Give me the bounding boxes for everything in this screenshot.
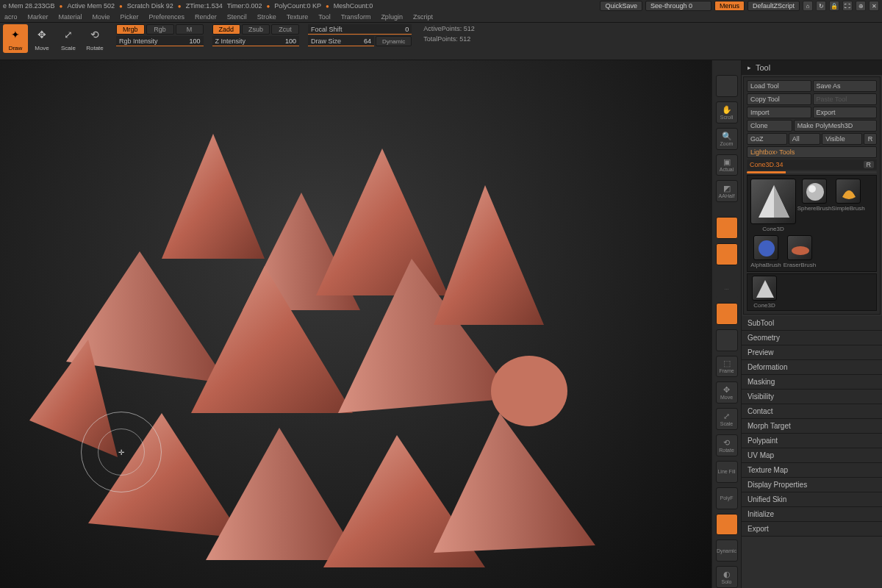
status-bar: e Mem 28.233GB● Active Mem 502● Scratch … (0, 0, 882, 12)
close-icon[interactable]: ✕ (869, 1, 879, 11)
section-subtool[interactable]: SubTool (742, 316, 882, 331)
tool-r-button[interactable]: R (864, 161, 875, 168)
side-linefill[interactable]: Line Fill (716, 461, 738, 483)
thumb-cone3d-small[interactable]: Cone3D (749, 276, 780, 309)
side-swatch3[interactable] (716, 303, 738, 325)
side-scroll[interactable]: ✋Scroll (716, 101, 738, 123)
scale-mode-button[interactable]: ⤢Scale (56, 24, 81, 53)
side-rotate[interactable]: ⟲Rotate (716, 434, 738, 456)
rotate-mode-button[interactable]: ⟲Rotate (82, 24, 107, 53)
load-tool-button[interactable]: Load Tool (747, 80, 811, 92)
m-toggle[interactable]: M (176, 24, 204, 35)
default-zscript-button[interactable]: DefaultZScript (747, 1, 800, 11)
menu-picker[interactable]: Picker (121, 13, 139, 21)
section-deformation[interactable]: Deformation (742, 360, 882, 375)
goz-all-button[interactable]: All (789, 133, 821, 145)
dynamic-toggle[interactable]: Dynamic (376, 36, 412, 46)
menu-marker[interactable]: Marker (28, 13, 49, 21)
section-export[interactable]: Export (742, 522, 882, 537)
menu-tool[interactable]: Tool (318, 13, 331, 21)
side-zoom[interactable]: 🔍Zoom (716, 128, 738, 150)
menu-macro[interactable]: acro (4, 13, 18, 21)
side-swatch1[interactable] (716, 217, 738, 239)
menu-zplugin[interactable]: Zplugin (381, 13, 403, 21)
goz-button[interactable]: GoZ (747, 133, 787, 145)
svg-point-17 (759, 240, 775, 257)
menu-transform[interactable]: Transform (341, 13, 371, 21)
thumb-alphabrush[interactable]: AlphaBrush (750, 235, 781, 268)
menu-zscript[interactable]: Zscript (413, 13, 433, 21)
menus-button[interactable]: Menus (714, 1, 745, 11)
thumb-cone3d[interactable]: Cone3D (750, 179, 796, 232)
side-swatch2[interactable] (716, 243, 738, 265)
quicksave-button[interactable]: QuickSave (600, 1, 642, 11)
mrgb-toggle[interactable]: Mrgb (116, 24, 145, 35)
draw-size-slider[interactable]: Draw Size 64 (308, 36, 374, 46)
point-readouts: ActivePoints: 512 TotalPoints: 512 (420, 24, 478, 43)
section-geometry[interactable]: Geometry (742, 331, 882, 345)
seethrough-slider[interactable]: See-through 0 (645, 1, 711, 11)
thumb-simplebrush[interactable]: SimpleBrush (833, 179, 864, 232)
import-button[interactable]: Import (747, 107, 811, 118)
section-contact[interactable]: Contact (742, 404, 882, 419)
thumb-spherebrush[interactable]: SphereBrush (799, 179, 830, 232)
z-intensity-slider[interactable]: Z Intensity 100 (212, 36, 300, 46)
menu-stencil[interactable]: Stencil (227, 13, 247, 21)
menu-preferences[interactable]: Preferences (149, 13, 185, 21)
side-move[interactable]: ✥Move (716, 381, 738, 404)
side-scale[interactable]: ⤢Scale (716, 408, 738, 430)
goz-visible-button[interactable]: Visible (822, 133, 862, 145)
draw-mode-button[interactable]: ✦Draw (3, 24, 28, 53)
svg-marker-14 (774, 185, 789, 218)
scratch-readout: Scratch Disk 92 (127, 2, 173, 10)
goz-r-button[interactable]: R (864, 133, 877, 145)
menu-material[interactable]: Material (59, 13, 82, 21)
section-visibility[interactable]: Visibility (742, 390, 882, 404)
home-icon[interactable]: ⌂ (803, 1, 813, 11)
menu-movie[interactable]: Movie (93, 13, 110, 21)
menu-texture[interactable]: Texture (287, 13, 309, 21)
expand-icon[interactable]: ⛶ (842, 1, 853, 11)
zadd-toggle[interactable]: Zadd (212, 24, 241, 35)
side-swatch4[interactable] (716, 514, 738, 536)
focal-shift-slider[interactable]: Focal Shift 0 (308, 24, 412, 35)
clone-button[interactable]: Clone (747, 120, 792, 132)
section-unified-skin[interactable]: Unified Skin (742, 492, 882, 507)
section-polypaint[interactable]: Polypaint (742, 434, 882, 448)
section-display-properties[interactable]: Display Properties (742, 478, 882, 492)
draw-icon: ✦ (7, 26, 24, 43)
section-initialize[interactable]: Initialize (742, 507, 882, 522)
section-uv-map[interactable]: UV Map (742, 448, 882, 463)
menu-stroke[interactable]: Stroke (257, 13, 276, 21)
side-polyf[interactable]: PolyF (716, 487, 738, 509)
refresh-icon[interactable]: ↻ (816, 1, 826, 11)
pin-icon[interactable]: ⊕ (856, 1, 866, 11)
rgb-intensity-slider[interactable]: Rgb Intensity 100 (116, 36, 204, 46)
side-blank1[interactable] (716, 75, 738, 97)
side-actual[interactable]: ▣Actual (716, 154, 738, 176)
lightbox-tools-button[interactable]: Lightbox› Tools (747, 146, 877, 158)
make-polymesh-button[interactable]: Make PolyMesh3D (794, 120, 877, 132)
copy-tool-button[interactable]: Copy Tool (747, 93, 811, 105)
section-preview[interactable]: Preview (742, 345, 882, 360)
menu-render[interactable]: Render (195, 13, 217, 21)
side-aahalf[interactable]: ◩AAHalf (716, 180, 738, 202)
side-blank2[interactable] (716, 329, 738, 351)
side-dynamic[interactable]: Dynamic (716, 539, 738, 562)
thumb-eraserbrush[interactable]: EraserBrush (784, 235, 815, 268)
move-mode-button[interactable]: ✥Move (29, 24, 54, 53)
side-frame[interactable]: ⬚Frame (716, 356, 738, 378)
zcut-toggle[interactable]: Zcut (271, 24, 299, 35)
save-as-button[interactable]: Save As (813, 80, 878, 92)
rgb-toggle[interactable]: Rgb (146, 24, 174, 35)
viewport[interactable]: ✛ (0, 60, 711, 588)
tool-slider[interactable] (747, 171, 877, 173)
section-morph-target[interactable]: Morph Target (742, 419, 882, 434)
lock-icon[interactable]: 🔒 (829, 1, 839, 11)
zsub-toggle[interactable]: Zsub (242, 24, 270, 35)
section-texture-map[interactable]: Texture Map (742, 463, 882, 478)
side-solo[interactable]: ◐Solo (716, 566, 738, 588)
tool-panel-title[interactable]: Tool (742, 60, 882, 75)
section-masking[interactable]: Masking (742, 375, 882, 390)
export-button[interactable]: Export (813, 107, 878, 118)
